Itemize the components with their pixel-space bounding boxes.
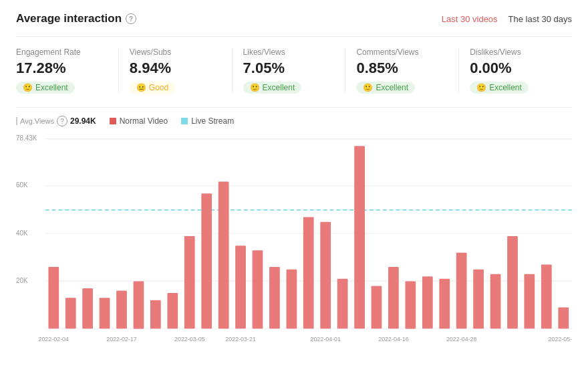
metric-label-2: Likes/Views [243, 47, 335, 57]
x-label-16: 2022-04-01 [310, 336, 341, 342]
bar-11 [235, 246, 246, 328]
filter-last30videos[interactable]: Last 30 videos [442, 14, 498, 24]
bar-22 [422, 276, 433, 328]
bar-7 [167, 293, 178, 328]
bar-15 [303, 217, 314, 329]
y-label-40k: 40K [16, 229, 28, 237]
metric-value-4: 0.00% [470, 60, 561, 77]
chart-section: Avg.Views ? 29.94K Normal Video Live Str… [16, 107, 572, 359]
avg-views-label-text: Avg.Views [16, 117, 54, 125]
bar-9 [201, 193, 212, 328]
bar-24 [456, 253, 467, 328]
metric-value-3: 0.85% [356, 60, 448, 77]
smiley-icon-3: 🙂 [363, 83, 373, 92]
info-icon[interactable]: ? [126, 13, 136, 24]
smiley-icon-1: 😐 [136, 83, 146, 92]
bar-chart-svg: 78.43K 60K 40K 20K 2022-02-042022-02-172… [16, 132, 572, 359]
page-header: Average interaction ? Last 30 videos The… [16, 12, 572, 25]
metric-label-1: Views/Subs [130, 47, 221, 57]
bar-5 [134, 281, 144, 328]
metric-label-0: Engagement Rate [16, 47, 108, 57]
avg-views-group: Avg.Views ? 29.94K [16, 116, 96, 126]
bar-0 [48, 267, 59, 328]
bar-18 [354, 146, 365, 328]
bar-28 [524, 274, 535, 329]
legend-normal-video: Normal Video [110, 116, 168, 126]
metric-value-1: 8.94% [130, 60, 221, 77]
chart-area: 78.43K 60K 40K 20K 2022-02-042022-02-172… [16, 132, 572, 359]
live-stream-label: Live Stream [191, 116, 234, 126]
metric-badge-0: 🙂 Excellent [16, 82, 75, 94]
metric-likes-views: Likes/Views 7.05% 🙂 Excellent [233, 47, 346, 94]
x-label-4: 2022-02-17 [106, 336, 137, 342]
badge-label-1: Good [149, 83, 168, 92]
badge-label-0: Excellent [35, 83, 68, 92]
metric-label-4: Dislikes/Views [470, 47, 561, 57]
metric-badge-2: 🙂 Excellent [243, 82, 302, 94]
smiley-icon-0: 🙂 [23, 83, 33, 92]
bar-14 [287, 270, 297, 329]
y-label-20k: 20K [16, 277, 28, 284]
bar-26 [490, 274, 501, 329]
bar-17 [337, 279, 348, 328]
avg-views-value: 29.94K [70, 116, 96, 126]
live-stream-dot [181, 118, 188, 124]
x-label-20: 2022-04-16 [378, 336, 409, 342]
bar-29 [541, 265, 552, 329]
normal-video-dot [110, 118, 116, 124]
header-divider [16, 36, 572, 37]
bar-23 [439, 279, 450, 328]
bar-1 [65, 298, 76, 328]
bar-19 [372, 286, 382, 328]
metric-dislikes-views: Dislikes/Views 0.00% 🙂 Excellent [459, 47, 572, 94]
page-title-group: Average interaction ? [16, 12, 136, 25]
bar-30 [558, 307, 569, 328]
bar-10 [218, 181, 229, 328]
y-label-60k: 60K [16, 181, 28, 189]
bar-4 [116, 291, 127, 329]
avg-views-info-icon[interactable]: ? [57, 116, 67, 126]
badge-label-2: Excellent [263, 83, 295, 92]
metric-value-2: 7.05% [243, 60, 335, 77]
x-label-24: 2022-04-28 [446, 336, 477, 342]
metric-badge-3: 🙂 Excellent [356, 82, 415, 94]
bar-20 [388, 267, 399, 328]
chart-legend: Avg.Views ? 29.94K Normal Video Live Str… [16, 116, 572, 126]
metric-label-3: Comments/Views [356, 47, 448, 57]
metric-value-0: 17.28% [16, 60, 108, 77]
bar-27 [507, 236, 518, 328]
metric-badge-4: 🙂 Excellent [470, 82, 529, 94]
x-label-0: 2022-02-04 [38, 336, 69, 342]
metric-engagement-rate: Engagement Rate 17.28% 🙂 Excellent [16, 47, 119, 94]
x-label-8: 2022-03-05 [174, 336, 205, 342]
badge-label-4: Excellent [489, 83, 522, 92]
bar-2 [82, 288, 93, 328]
bar-13 [269, 267, 280, 328]
badge-label-3: Excellent [376, 83, 408, 92]
bar-21 [405, 281, 416, 328]
filter-last30days[interactable]: The last 30 days [508, 14, 572, 24]
y-label-max: 78.43K [16, 134, 37, 141]
smiley-icon-4: 🙂 [476, 83, 486, 92]
bar-12 [253, 250, 263, 328]
bar-16 [320, 222, 331, 329]
bar-3 [100, 298, 110, 328]
metric-badge-1: 😐 Good [130, 82, 175, 94]
x-label-30: 2022-05-13 [549, 336, 572, 342]
filter-group: Last 30 videos The last 30 days [442, 14, 572, 24]
x-label-11: 2022-03-21 [225, 336, 256, 342]
metrics-row: Engagement Rate 17.28% 🙂 Excellent Views… [16, 47, 572, 94]
smiley-icon-2: 🙂 [250, 83, 260, 92]
legend-live-stream: Live Stream [181, 116, 234, 126]
page-container: Average interaction ? Last 30 videos The… [0, 0, 588, 371]
metric-comments-views: Comments/Views 0.85% 🙂 Excellent [345, 47, 459, 94]
page-title: Average interaction [16, 12, 122, 25]
normal-video-label: Normal Video [120, 116, 168, 126]
bar-25 [473, 270, 484, 329]
bar-8 [184, 236, 195, 328]
bar-6 [150, 300, 161, 329]
metric-views-subs: Views/Subs 8.94% 😐 Good [119, 47, 233, 94]
